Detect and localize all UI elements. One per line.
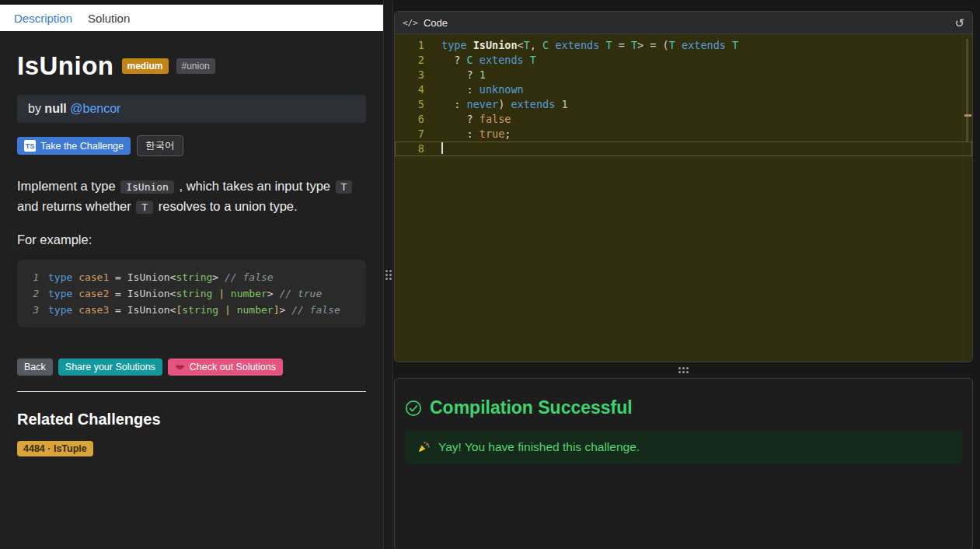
inline-code: IsUnion bbox=[120, 180, 174, 194]
divider bbox=[17, 391, 366, 392]
check-circle-icon bbox=[405, 400, 422, 417]
inline-code: T bbox=[136, 201, 153, 214]
related-challenge-badge[interactable]: 4484 · IsTuple bbox=[17, 441, 93, 456]
for-example-label: For example: bbox=[17, 233, 366, 247]
description-text: , which takes an input type bbox=[176, 179, 334, 193]
editor-line[interactable]: 5 : never) extends 1 bbox=[395, 97, 972, 112]
line-number: 6 bbox=[395, 112, 441, 127]
tab-description[interactable]: Description bbox=[14, 12, 72, 25]
code-panel-title: Code bbox=[424, 17, 448, 29]
share-solutions-button[interactable]: Share your Solutions bbox=[58, 358, 162, 376]
line-number: 8 bbox=[395, 142, 441, 156]
vertical-splitter[interactable] bbox=[383, 0, 393, 549]
output-panel: Compilation Successful Yay! You have fin… bbox=[394, 378, 973, 549]
author-link[interactable]: @bencor bbox=[70, 102, 120, 115]
code-editor[interactable]: 1type IsUnion<T, C extends T = T> = (T e… bbox=[395, 34, 972, 362]
checkout-solutions-label: Check out Solutions bbox=[190, 362, 276, 372]
example-code-line: 1type case1 = IsUnion<string> // false bbox=[28, 269, 355, 285]
take-challenge-button[interactable]: TS Take the Challenge bbox=[17, 137, 131, 155]
tab-solution[interactable]: Solution bbox=[88, 12, 130, 25]
example-code-line: 2type case2 = IsUnion<string | number> /… bbox=[28, 285, 355, 302]
challenge-description: Implement a type IsUnion , which takes a… bbox=[17, 177, 366, 217]
page-title: IsUnion bbox=[17, 51, 114, 81]
language-button[interactable]: 한국어 bbox=[137, 135, 183, 156]
party-popper-icon bbox=[417, 440, 431, 454]
line-number: 5 bbox=[395, 97, 441, 112]
example-code-line: 3type case3 = IsUnion<[string | number]>… bbox=[28, 302, 355, 318]
back-button[interactable]: Back bbox=[17, 358, 53, 376]
footer-buttons: Back Share your Solutions Check out Solu… bbox=[17, 358, 366, 376]
success-message-text: Yay! You have finished this challenge. bbox=[438, 440, 640, 454]
text-cursor bbox=[441, 142, 443, 154]
checkout-solutions-button[interactable]: Check out Solutions bbox=[168, 358, 283, 376]
line-number: 1 bbox=[395, 38, 441, 53]
editor-line[interactable]: 4 : unknown bbox=[395, 82, 972, 97]
typescript-logo-icon: TS bbox=[24, 140, 36, 152]
editor-line[interactable]: 6 ? false bbox=[395, 112, 972, 127]
line-number: 3 bbox=[28, 302, 39, 318]
compilation-status: Compilation Successful bbox=[405, 397, 962, 418]
right-panel: </> Code ↺ 1type IsUnion<T, C extends T … bbox=[393, 0, 980, 549]
related-heading: Related Challenges bbox=[17, 411, 366, 428]
line-number: 2 bbox=[28, 285, 39, 302]
code-panel-header: </> Code ↺ bbox=[395, 12, 972, 34]
difficulty-badge[interactable]: medium bbox=[122, 58, 169, 74]
line-number: 4 bbox=[395, 82, 441, 97]
code-icon: </> bbox=[403, 18, 418, 28]
editor-line[interactable]: 2 ? C extends T bbox=[395, 53, 972, 68]
editor-lines: 1type IsUnion<T, C extends T = T> = (T e… bbox=[395, 38, 972, 156]
splitter-grip-icon bbox=[385, 270, 392, 280]
splitter-grip-icon bbox=[678, 367, 689, 373]
cta-row: TS Take the Challenge 한국어 bbox=[17, 135, 366, 156]
description-text: resolves to a union type. bbox=[155, 199, 297, 213]
line-number: 2 bbox=[395, 53, 441, 68]
description-text: Implement a type bbox=[17, 179, 119, 193]
horizontal-splitter[interactable] bbox=[394, 362, 973, 378]
example-code-block: 1type case1 = IsUnion<string> // false2t… bbox=[17, 260, 366, 327]
code-panel: </> Code ↺ 1type IsUnion<T, C extends T … bbox=[394, 11, 973, 362]
author-line: by null @bencor bbox=[17, 95, 366, 123]
related-list: 4484 · IsTuple bbox=[17, 441, 366, 456]
title-row: IsUnion medium #union bbox=[17, 51, 366, 81]
reset-button[interactable]: ↺ bbox=[954, 17, 964, 29]
challenge-panel: DescriptionSolution IsUnion medium #unio… bbox=[0, 0, 383, 549]
author-name: null bbox=[44, 102, 66, 115]
editor-line[interactable]: 1type IsUnion<T, C extends T = T> = (T e… bbox=[395, 38, 972, 53]
mouth-icon bbox=[175, 362, 185, 372]
compilation-status-text: Compilation Successful bbox=[430, 397, 633, 418]
line-number: 3 bbox=[395, 68, 441, 82]
line-number: 1 bbox=[28, 269, 39, 285]
editor-scrollbar[interactable] bbox=[962, 34, 972, 362]
overview-ruler-mark bbox=[964, 114, 971, 117]
scrollbar-thumb[interactable] bbox=[966, 39, 968, 142]
app-root: DescriptionSolution IsUnion medium #unio… bbox=[0, 0, 980, 549]
editor-line[interactable]: 7 : true; bbox=[395, 127, 972, 142]
editor-line[interactable]: 8 bbox=[395, 142, 972, 156]
tag-badge[interactable]: #union bbox=[176, 58, 215, 74]
tab-bar: DescriptionSolution bbox=[0, 5, 383, 31]
inline-code: T bbox=[336, 180, 353, 194]
author-prefix: by bbox=[28, 102, 41, 115]
editor-line[interactable]: 3 ? 1 bbox=[395, 68, 972, 82]
success-message: Yay! You have finished this challenge. bbox=[405, 431, 962, 463]
description-text: and returns whether bbox=[17, 199, 134, 213]
take-challenge-label: Take the Challenge bbox=[40, 141, 124, 152]
challenge-body: IsUnion medium #union by null @bencor TS… bbox=[0, 31, 383, 549]
line-number: 7 bbox=[395, 127, 441, 142]
